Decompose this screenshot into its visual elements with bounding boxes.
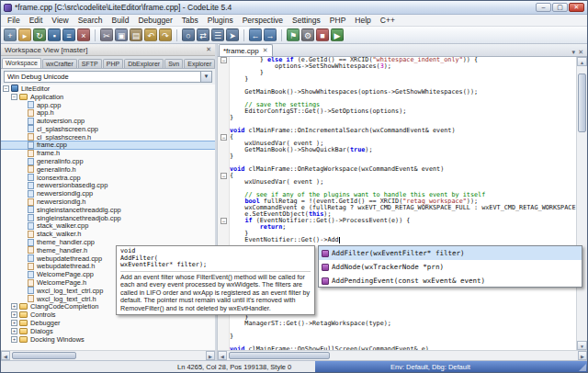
code-line[interactable]: EventNotifier::Get()->Add: [218, 237, 576, 243]
fold-toggle-icon[interactable]: −: [220, 134, 227, 141]
close-button[interactable]: ✕: [569, 3, 584, 12]
code-line[interactable]: wxUnusedVar( event );: [218, 179, 576, 186]
menu-item-search[interactable]: Search: [74, 16, 107, 25]
code-line[interactable]: [218, 327, 576, 333]
build-config-dropdown[interactable]: Win Debug Unicode ▼: [4, 71, 212, 83]
scroll-up-icon[interactable]: ▲: [577, 57, 587, 66]
open-folder-icon[interactable]: ▸: [18, 28, 31, 41]
code-line[interactable]: }: [218, 333, 576, 340]
close-editor-icon[interactable]: ✕: [578, 49, 583, 56]
menu-item-plugins[interactable]: Plugins: [203, 16, 238, 25]
code-line[interactable]: GetMainBook()->ShowQuickBar(true);: [218, 147, 576, 153]
expand-icon[interactable]: +: [11, 311, 17, 318]
code-line[interactable]: void clMainFrame::OnRetagWorkspace(wxCom…: [218, 166, 576, 173]
tree-item-singleinstancethreaddlg-cpp[interactable]: singleinstancethreaddlg.cpp: [1, 206, 215, 214]
collapse-icon[interactable]: −: [11, 94, 17, 100]
menu-item-debugger[interactable]: Debugger: [133, 16, 176, 25]
copy-icon[interactable]: ▣: [115, 28, 128, 41]
save-all-icon[interactable]: ≡: [62, 28, 75, 41]
tree-item-iconsextra-cpp[interactable]: iconsextra.cpp: [1, 174, 215, 182]
fold-toggle-icon[interactable]: −: [220, 173, 227, 179]
tree-item-docking-windows[interactable]: +Docking Windows: [1, 335, 215, 344]
find-icon[interactable]: ○: [182, 28, 195, 41]
tree-item-stack-walker-h[interactable]: stack_walker.h: [1, 230, 215, 238]
tab-list-dropdown-icon[interactable]: ▾: [572, 49, 576, 56]
code-line[interactable]: options->SetShowWhitespaces(3);: [218, 63, 576, 70]
expand-icon[interactable]: +: [11, 328, 17, 334]
collapse-icon[interactable]: −: [3, 85, 9, 92]
save-file-icon[interactable]: ▪: [48, 28, 61, 41]
tree-item-generalinfo-cpp[interactable]: generalinfo.cpp: [1, 157, 215, 165]
code-line[interactable]: }: [218, 153, 576, 160]
sidebar-tab-workspace[interactable]: Workspace: [2, 58, 41, 68]
code-line[interactable]: }: [218, 76, 576, 83]
find-resource-icon[interactable]: ➤: [226, 28, 239, 41]
find-in-files-icon[interactable]: ☰: [211, 28, 224, 41]
scroll-down-icon[interactable]: ▼: [577, 341, 587, 350]
stop-build-icon[interactable]: ■: [316, 28, 329, 41]
menu-item-php[interactable]: PHP: [325, 16, 350, 25]
reload-file-icon[interactable]: ↻: [33, 28, 46, 41]
menu-item-build[interactable]: Build: [107, 16, 134, 25]
close-pane-icon[interactable]: ✕: [206, 46, 211, 53]
tree-item-app-h[interactable]: app.h: [1, 108, 215, 117]
menu-item-edit[interactable]: Edit: [25, 16, 48, 25]
tree-item-newversiondlg-h[interactable]: newversiondlg.h: [1, 198, 215, 206]
menu-item-file[interactable]: File: [3, 16, 25, 25]
forward-icon[interactable]: →: [264, 28, 277, 41]
menu-item-help[interactable]: Help: [350, 16, 375, 25]
scroll-left-icon[interactable]: ◀: [1, 351, 10, 360]
tree-item-app-cpp[interactable]: app.cpp: [1, 101, 215, 109]
tree-item-singleinstancethreadjob-cpp[interactable]: singleinstancethreadjob.cpp: [1, 214, 215, 222]
tree-item-generalinfo-h[interactable]: generalinfo.h: [1, 165, 215, 174]
fold-toggle-icon[interactable]: −: [220, 218, 227, 224]
menu-item-view[interactable]: View: [47, 16, 73, 25]
menu-item-c[interactable]: C++: [376, 16, 400, 25]
sidebar-tab-dbexplorer[interactable]: DbExplorer: [124, 59, 164, 68]
close-file-icon[interactable]: ×: [77, 28, 90, 41]
menu-item-tabs[interactable]: Tabs: [177, 16, 203, 25]
menu-item-settings[interactable]: Settings: [288, 16, 325, 25]
sidebar-tab-php[interactable]: PHP: [103, 59, 123, 68]
vertical-scrollbar[interactable]: ▲ ▼: [576, 57, 587, 350]
code-line[interactable]: EditorConfigST::Get()->SetOptions(option…: [218, 108, 576, 115]
code-line[interactable]: void clMainFrame::OnIncrementalSearch(wx…: [218, 128, 576, 134]
bookmark-icon[interactable]: ⚑: [287, 28, 300, 41]
tree-item-frame-h[interactable]: frame.h: [1, 149, 215, 157]
tree-item-application[interactable]: −Application: [1, 93, 215, 101]
scrollbar-thumb[interactable]: [229, 352, 330, 359]
tree-item-frame-cpp[interactable]: frame.cpp: [1, 141, 215, 150]
tree-item-debugger[interactable]: +Debugger: [1, 319, 215, 327]
minimize-button[interactable]: –: [536, 3, 551, 12]
expand-icon[interactable]: +: [11, 303, 17, 310]
tree-item-newversiondlg-cpp[interactable]: newversiondlg.cpp: [1, 189, 215, 198]
menu-item-perspective[interactable]: Perspective: [238, 16, 288, 25]
scroll-left-icon[interactable]: ◀: [218, 351, 227, 360]
scrollbar-thumb[interactable]: [12, 352, 76, 359]
sidebar-tab-svn[interactable]: Svn: [164, 59, 183, 68]
close-tab-icon[interactable]: ✕: [263, 47, 268, 54]
sidebar-tab-wxcrafter[interactable]: wxCrafter: [42, 59, 77, 68]
build-icon[interactable]: ⚙: [301, 28, 314, 41]
find-replace-icon[interactable]: ⇄: [197, 28, 209, 41]
sidebar-tab-explorer[interactable]: Explorer: [184, 59, 215, 68]
resize-grip[interactable]: [579, 364, 586, 371]
tree-item-cl-splashscreen-h[interactable]: cl_splashscreen.h: [1, 133, 215, 141]
chevron-down-icon[interactable]: ▼: [200, 72, 211, 82]
tree-item-stack-walker-cpp[interactable]: stack_walker.cpp: [1, 222, 215, 231]
tree-horizontal-scrollbar[interactable]: ◀ ▶: [1, 350, 215, 360]
code-line[interactable]: }: [218, 115, 576, 121]
workspace-pane-header[interactable]: Workspace View [master] ✕: [1, 44, 215, 56]
tree-item-cl-splashscreen-cpp[interactable]: cl_splashscreen.cpp: [1, 125, 215, 133]
new-file-icon[interactable]: +: [4, 28, 17, 41]
editor-horizontal-scrollbar[interactable]: ◀ ▶: [218, 350, 587, 360]
tree-item-liteeditor[interactable]: −LiteEditor: [1, 85, 215, 93]
scroll-right-icon[interactable]: ▶: [578, 351, 587, 360]
completion-item[interactable]: AddPendingEvent(const wxEvent& event): [319, 274, 582, 288]
scrollbar-thumb[interactable]: [578, 73, 586, 132]
title-bar[interactable]: *frame.cpp [C:\src\codelite\LiteEditor\f…: [1, 1, 587, 15]
paste-icon[interactable]: ▤: [130, 28, 142, 41]
tab-frame-cpp[interactable]: *frame.cpp ✕: [219, 44, 273, 56]
tree-item-newversionbasedlg-cpp[interactable]: newversionbasedlg.cpp: [1, 182, 215, 190]
expand-icon[interactable]: +: [11, 336, 17, 343]
